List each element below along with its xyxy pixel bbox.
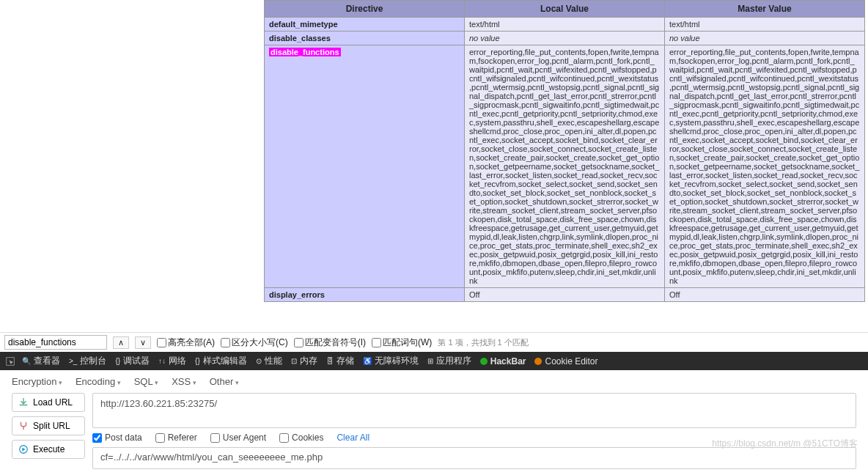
url-input[interactable]: http://123.60.221.85:23275/ — [92, 393, 856, 428]
hackbar-menu-other[interactable]: Other — [210, 376, 239, 387]
find-prev-button[interactable]: ∧ — [113, 336, 129, 349]
devtools-tab-应用程序[interactable]: ⊞应用程序 — [427, 355, 471, 367]
find-status: 第 1 项，共找到 1 个匹配 — [438, 337, 528, 348]
local-value-cell: text/html — [465, 18, 665, 32]
execute-button[interactable]: Execute — [12, 440, 85, 459]
hackbar-menu-xss[interactable]: XSS — [172, 376, 196, 387]
hackbar-menu-sql[interactable]: SQL — [134, 376, 159, 387]
local-value-cell: Off — [465, 288, 665, 302]
master-value-cell: no value — [665, 32, 865, 45]
devtools-tab-存储[interactable]: 🗄存储 — [326, 355, 354, 367]
col-local: Local Value — [465, 1, 665, 18]
col-directive: Directive — [265, 1, 465, 18]
devtools-tab-HackBar[interactable]: HackBar — [480, 356, 526, 367]
table-row: disable_functionserror_reporting,file_pu… — [265, 45, 865, 288]
find-next-button[interactable]: ∨ — [135, 336, 151, 349]
master-value-cell: error_reporting,file_put_contents,fopen,… — [665, 45, 865, 288]
inspector-icon[interactable] — [6, 357, 15, 366]
devtools-tab-Cookie Editor[interactable]: Cookie Editor — [534, 356, 597, 367]
directive-cell: default_mimetype — [265, 18, 465, 32]
referer-checkbox[interactable]: Referer — [155, 432, 197, 443]
hackbar-menu-encoding[interactable]: Encoding — [76, 376, 121, 387]
local-value-cell: error_reporting,file_put_contents,fopen,… — [465, 45, 665, 288]
load-url-button[interactable]: Load URL — [12, 393, 85, 412]
post-data-input[interactable]: cf=../../../var/www/html/you_can_seeeeee… — [92, 447, 856, 469]
devtools-tab-性能[interactable]: ⊙性能 — [256, 355, 282, 367]
master-value-cell: Off — [665, 288, 865, 302]
directive-cell: disable_functions — [265, 45, 465, 288]
post-data-checkbox[interactable]: Post data — [92, 432, 142, 443]
watermark: https://blog.csdn.net/m @51CTO博客 — [712, 438, 858, 450]
hackbar-menu-encryption[interactable]: Encryption — [12, 376, 62, 387]
split-url-button[interactable]: Split URL — [12, 416, 85, 435]
devtools-tab-样式编辑器[interactable]: {}样式编辑器 — [195, 355, 247, 367]
hackbar-menu: EncryptionEncodingSQLXSSOther — [12, 376, 856, 387]
match-case-checkbox[interactable]: 区分大小写(C) — [221, 336, 288, 349]
col-master: Master Value — [665, 1, 865, 18]
devtools-tab-内存[interactable]: ⊡内存 — [291, 355, 317, 367]
devtools-tab-调试器[interactable]: {}调试器 — [115, 355, 150, 367]
table-row: display_errorsOffOff — [265, 288, 865, 302]
devtools-tab-无障碍环境[interactable]: ♿无障碍环境 — [363, 355, 419, 367]
directive-cell: display_errors — [265, 288, 465, 302]
find-input[interactable] — [4, 335, 107, 350]
clear-all-link[interactable]: Clear All — [336, 432, 369, 443]
page-content: Directive Local Value Master Value defau… — [0, 0, 868, 332]
table-row: disable_classesno valueno value — [265, 32, 865, 45]
devtools-tab-控制台[interactable]: >_控制台 — [69, 355, 106, 367]
highlight-all-checkbox[interactable]: 高亮全部(A) — [157, 336, 215, 349]
match-diacritics-checkbox[interactable]: 匹配变音符号(I) — [294, 336, 366, 349]
devtools-bar: 🔍查看器>_控制台{}调试器↑↓网络{}样式编辑器⊙性能⊡内存🗄存储♿无障碍环境… — [0, 352, 868, 370]
devtools-tab-网络[interactable]: ↑↓网络 — [158, 355, 186, 367]
local-value-cell: no value — [465, 32, 665, 45]
whole-words-checkbox[interactable]: 匹配词句(W) — [372, 336, 432, 349]
phpinfo-table: Directive Local Value Master Value defau… — [264, 0, 865, 302]
devtools-tab-查看器[interactable]: 🔍查看器 — [22, 355, 60, 367]
table-row: default_mimetypetext/htmltext/html — [265, 18, 865, 32]
table-header-row: Directive Local Value Master Value — [265, 1, 865, 18]
hackbar-panel: EncryptionEncodingSQLXSSOther Load URL S… — [0, 370, 868, 475]
cookies-checkbox[interactable]: Cookies — [279, 432, 323, 443]
user-agent-checkbox[interactable]: User Agent — [210, 432, 266, 443]
find-bar: ∧ ∨ 高亮全部(A) 区分大小写(C) 匹配变音符号(I) 匹配词句(W) 第… — [0, 332, 868, 352]
master-value-cell: text/html — [665, 18, 865, 32]
directive-cell: disable_classes — [265, 32, 465, 45]
